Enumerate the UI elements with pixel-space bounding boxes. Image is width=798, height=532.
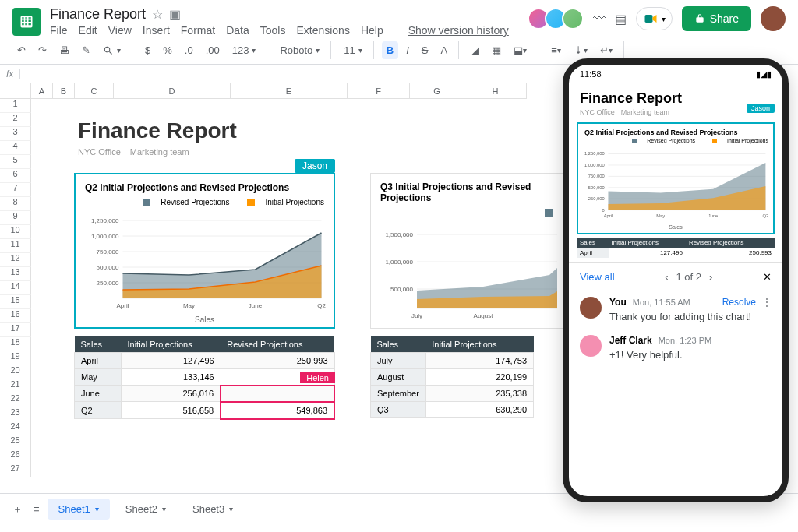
increase-decimal-button[interactable]: .00 [201,41,224,59]
comments-icon[interactable]: ▤ [615,12,627,26]
undo-button[interactable]: ↶ [12,41,30,59]
prev-comment-button[interactable]: ‹ [665,271,668,283]
text-color-button[interactable]: A [436,41,453,59]
print-button[interactable]: 🖶 [55,41,74,59]
sheet-tab[interactable]: Sheet1▾ [48,499,110,520]
redo-button[interactable]: ↷ [34,41,51,59]
row-head[interactable]: 13 [0,267,31,281]
font-size-select[interactable]: 11▾ [339,41,366,59]
row-head[interactable]: 2 [0,113,31,127]
document-title[interactable]: Finance Report [50,6,146,23]
menu-insert[interactable]: Insert [143,24,170,37]
col-head[interactable]: G [410,83,464,99]
sheet-tab[interactable]: Sheet2▾ [115,499,177,520]
decrease-decimal-button[interactable]: .0 [180,41,198,59]
svg-text:1,000,000: 1,000,000 [584,163,605,167]
chart-q3[interactable]: Q3 Initial Projections and Revised Proje… [370,173,565,329]
row-head[interactable]: 20 [0,365,31,379]
svg-text:0: 0 [602,208,604,213]
row-head[interactable]: 5 [0,155,31,169]
menu-help[interactable]: Help [361,24,383,37]
row-head[interactable]: 25 [0,435,31,449]
activity-icon[interactable]: 〰 [593,12,606,26]
avatar[interactable] [562,8,584,30]
table-row: August220,199 [371,369,534,386]
col-head[interactable]: F [348,83,410,99]
row-head[interactable]: 14 [0,281,31,295]
row-head[interactable]: 26 [0,449,31,463]
paint-format-button[interactable]: ✎ [77,41,95,59]
row-head[interactable]: 8 [0,197,31,211]
col-head[interactable]: D [114,83,231,99]
col-head[interactable]: B [53,83,75,99]
menu-extensions[interactable]: Extensions [296,24,349,37]
zoom-select[interactable]: ▾ [98,42,125,59]
menu-view[interactable]: View [108,24,132,37]
collaborator-tag-jason: Jason [295,159,335,173]
next-comment-button[interactable]: › [709,271,712,283]
row-head[interactable]: 4 [0,141,31,155]
currency-button[interactable]: $ [140,41,155,59]
chart-q2[interactable]: Jason Q2 Initial Projections and Revised… [74,173,335,329]
row-head[interactable]: 9 [0,211,31,225]
row-head[interactable]: 6 [0,169,31,183]
svg-text:1,000,000: 1,000,000 [385,259,413,266]
row-head[interactable]: 22 [0,393,31,407]
menu-tools[interactable]: Tools [260,24,286,37]
menu-edit[interactable]: Edit [79,24,97,37]
italic-button[interactable]: I [401,41,414,59]
view-all-link[interactable]: View all [580,271,615,283]
bold-button[interactable]: B [382,41,398,59]
font-select[interactable]: Roboto▾ [275,41,324,59]
menu-data[interactable]: Data [226,24,249,37]
all-sheets-button[interactable]: ≡ [30,500,43,518]
col-head[interactable]: E [231,83,348,99]
row-head[interactable]: 19 [0,351,31,365]
more-formats-select[interactable]: 123▾ [228,41,261,59]
row-head[interactable]: 11 [0,239,31,253]
row-head[interactable]: 12 [0,253,31,267]
sheets-logo[interactable] [12,8,41,36]
strikethrough-button[interactable]: S [417,41,433,59]
menu-file[interactable]: File [50,24,68,37]
move-folder-icon[interactable]: ▣ [169,7,181,22]
svg-text:Q2: Q2 [317,302,326,309]
row-head[interactable]: 27 [0,463,31,477]
meet-button[interactable]: ▾ [636,7,673,30]
row-head[interactable]: 15 [0,295,31,309]
version-history-link[interactable]: Show version history [408,24,509,37]
col-head[interactable]: H [464,83,527,99]
close-icon[interactable]: ✕ [763,271,772,283]
comment: You Mon, 11:55 AM Resolve ⋮ Thank you fo… [569,291,782,329]
share-button[interactable]: Share [682,6,751,31]
row-head[interactable]: 1 [0,99,31,113]
wrap-button[interactable]: ↵▾ [595,41,617,59]
fill-color-button[interactable]: ◢ [467,41,484,59]
row-head[interactable]: 21 [0,379,31,393]
row-head[interactable]: 16 [0,309,31,323]
row-head[interactable]: 3 [0,127,31,141]
row-head[interactable]: 18 [0,337,31,351]
row-head[interactable]: 7 [0,183,31,197]
borders-button[interactable]: ▦ [487,41,506,59]
percent-button[interactable]: % [158,41,177,59]
mobile-chart[interactable]: Q2 Initial Projections and Revised Proje… [577,122,775,234]
row-head[interactable]: 24 [0,421,31,435]
sheet-tab[interactable]: Sheet3▾ [182,499,244,520]
x-axis-label: Sales [76,315,334,327]
svg-text:500,000: 500,000 [588,185,605,190]
star-icon[interactable]: ☆ [152,7,163,22]
menu-format[interactable]: Format [181,24,215,37]
col-head[interactable]: C [75,83,114,99]
row-head[interactable]: 10 [0,225,31,239]
account-avatar[interactable] [761,6,786,31]
row-head[interactable]: 17 [0,323,31,337]
more-icon[interactable]: ⋮ [762,297,772,308]
h-align-button[interactable]: ≡▾ [546,41,566,59]
row-head[interactable]: 23 [0,407,31,421]
v-align-button[interactable]: ⭳▾ [569,41,592,59]
resolve-button[interactable]: Resolve [722,297,756,308]
col-head[interactable]: A [31,83,53,99]
merge-button[interactable]: ⬓▾ [509,41,531,59]
add-sheet-button[interactable]: ＋ [9,499,26,520]
